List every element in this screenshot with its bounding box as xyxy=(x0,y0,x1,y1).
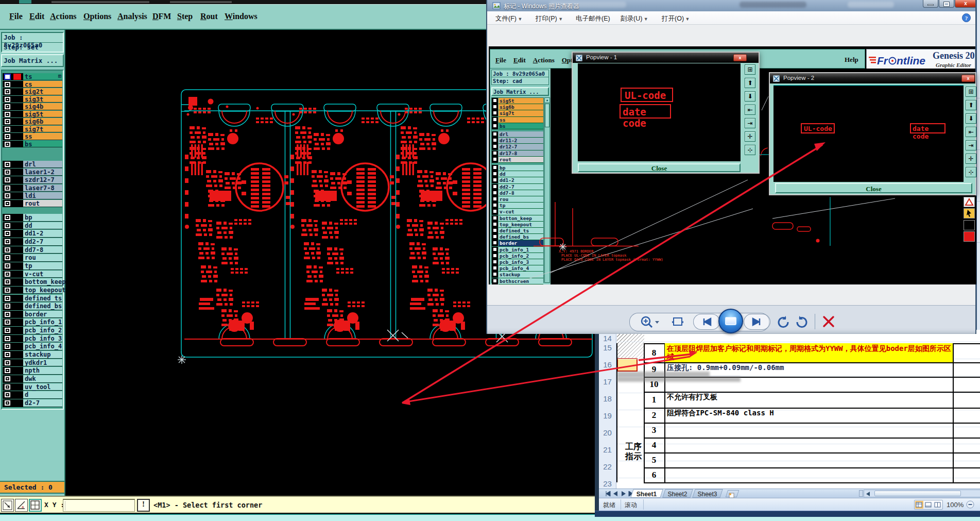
layer-checkbox[interactable] xyxy=(4,392,11,398)
layer-row-defined_ts[interactable]: defined_ts xyxy=(3,295,62,303)
close-button[interactable]: x xyxy=(955,0,975,8)
layer-checkbox[interactable] xyxy=(4,126,11,132)
layer-checkbox[interactable] xyxy=(4,263,11,269)
popview-tool-2[interactable]: ⬆ xyxy=(745,78,755,88)
layer-row-rout[interactable]: rout xyxy=(3,200,62,208)
photo-layer-checkbox[interactable] xyxy=(493,222,497,226)
popview-tool-1[interactable]: ⊞ xyxy=(745,64,755,75)
row-header-16[interactable]: 16 xyxy=(599,360,616,369)
layer-row-laser7-8[interactable]: laser7-8 xyxy=(3,184,62,192)
tabbar-splitter[interactable] xyxy=(859,490,863,497)
photo-layer-row-rou[interactable]: rou xyxy=(492,196,543,203)
view-buttons[interactable] xyxy=(914,500,943,510)
layer-row-defined_bs[interactable]: defined_bs xyxy=(3,302,62,311)
photo-layer-checkbox[interactable] xyxy=(493,165,497,170)
menu-windows[interactable]: Windows xyxy=(225,12,257,21)
layer-checkbox[interactable] xyxy=(4,104,11,110)
layer-checkbox[interactable] xyxy=(4,311,11,317)
photo-layer-checkbox[interactable] xyxy=(493,266,497,270)
photo-layer-row-top_keepout[interactable]: top_keepout xyxy=(492,222,543,228)
layer-checkbox[interactable] xyxy=(4,74,11,80)
layer-row-sig2t[interactable]: sig2t xyxy=(3,88,62,96)
layer-row-stackup[interactable]: stackup xyxy=(3,351,62,359)
layer-checkbox[interactable] xyxy=(4,193,11,199)
layer-row-sig6b[interactable]: sig6b xyxy=(3,118,62,126)
photo-layer-row-bs[interactable]: bs xyxy=(492,123,543,129)
popview-tool-4[interactable]: ⇤ xyxy=(966,127,976,137)
photo-layer-row-drl[interactable]: drl xyxy=(492,131,543,138)
menu-actions[interactable]: Actions xyxy=(50,12,77,21)
layer-checkbox[interactable] xyxy=(4,376,11,382)
insert-sheet-tab[interactable] xyxy=(726,490,740,497)
photo-layer-row-botton_keep[interactable]: botton_keep xyxy=(492,215,543,222)
photo-layer-checkbox[interactable] xyxy=(493,117,497,122)
layer-checkbox[interactable] xyxy=(4,81,11,88)
layer-checkbox[interactable] xyxy=(4,351,11,358)
photo-layer-checkbox[interactable] xyxy=(493,216,497,220)
layer-checkbox[interactable] xyxy=(4,133,11,140)
photo-layer-checkbox[interactable] xyxy=(493,197,497,201)
maximize-button[interactable] xyxy=(939,0,954,8)
layer-row-bottom_keep[interactable]: bottom_keep xyxy=(3,278,62,287)
delete-button[interactable] xyxy=(822,315,835,328)
layer-checkbox[interactable] xyxy=(4,295,11,301)
popview-tool-3[interactable]: ⬇ xyxy=(966,113,976,124)
zoom-out-button[interactable] xyxy=(966,500,975,509)
popview-1-close-button[interactable]: Close xyxy=(578,163,741,172)
layer-row-ydkdr1[interactable]: ydkdr1 xyxy=(3,359,62,367)
layer-checkbox[interactable] xyxy=(4,400,11,406)
photo-layer-row-pcb_info_1[interactable]: pcb_info_1 xyxy=(492,247,543,253)
photo-layer-checkbox[interactable] xyxy=(493,132,497,136)
layer-checkbox[interactable] xyxy=(4,185,11,191)
layer-checkbox[interactable] xyxy=(4,287,11,293)
menu-analysis[interactable]: Analysis xyxy=(117,12,147,21)
layer-row-rou[interactable]: rou xyxy=(3,254,62,262)
photo-menu-actions[interactable]: Actions xyxy=(533,56,555,64)
rotate-cw-button[interactable] xyxy=(795,315,810,329)
photo-job-matrix-button[interactable]: Job Matrix ... xyxy=(491,87,549,96)
photo-layer-row-dr12-7[interactable]: dr12-7 xyxy=(492,144,543,150)
layer-checkbox[interactable] xyxy=(4,177,11,183)
photo-menu-file[interactable]: File xyxy=(495,56,506,64)
layer-checkbox[interactable] xyxy=(4,141,11,147)
actual-size-button[interactable] xyxy=(672,316,685,328)
excel-row-headers[interactable]: 14151617181920212223 xyxy=(599,330,616,489)
layer-checkbox[interactable] xyxy=(4,223,11,229)
warning-tool-button[interactable] xyxy=(964,197,975,207)
help-icon[interactable]: ? xyxy=(962,13,971,24)
layer-row-dd1-2[interactable]: dd1-2 xyxy=(3,230,62,238)
excel-row-text[interactable] xyxy=(665,452,953,467)
layer-checkbox[interactable] xyxy=(4,279,11,285)
layer-checkbox[interactable] xyxy=(4,319,11,325)
layer-checkbox[interactable] xyxy=(4,247,11,253)
row-header-23[interactable]: 23 xyxy=(599,479,616,488)
layer-row-cs[interactable]: cs xyxy=(3,81,62,89)
layer-checkbox[interactable] xyxy=(4,335,11,342)
photo-layer-checkbox[interactable] xyxy=(493,260,497,264)
layer-row-top_keepout[interactable]: top_keepout xyxy=(3,287,62,295)
layer-row-laser1-2[interactable]: laser1-2 xyxy=(3,169,62,176)
layer-row-d2-7[interactable]: d2-7 xyxy=(3,399,62,408)
photo-layer-checkbox[interactable] xyxy=(493,98,497,103)
popview-tool-5[interactable]: ⇥ xyxy=(745,118,755,128)
menu-dfm[interactable]: DFM xyxy=(152,12,171,21)
layer-row-dwk[interactable]: dwk xyxy=(3,375,62,383)
layer-checkbox[interactable] xyxy=(4,89,11,95)
popview-2-titlebar[interactable]: Popview - 2 x xyxy=(770,73,975,83)
photo-layer-checkbox[interactable] xyxy=(493,178,497,182)
layer-checkbox[interactable] xyxy=(4,169,11,175)
popview-1-close-x[interactable]: x xyxy=(733,54,747,61)
viewer-menu-4[interactable]: 刻录(U) ▼ xyxy=(621,14,648,23)
sheet-tab-sheet1[interactable]: Sheet1 xyxy=(630,489,663,498)
menu-step[interactable]: Step xyxy=(177,12,193,21)
photo-layer-checkbox[interactable] xyxy=(493,172,497,176)
zoom-level[interactable]: 100% xyxy=(947,501,964,509)
popview-1-titlebar[interactable]: Popview - 1 x xyxy=(573,53,759,63)
layer-checkbox[interactable] xyxy=(4,119,11,125)
photo-layer-row-rout[interactable]: rout xyxy=(492,157,543,163)
photo-layer-checkbox[interactable] xyxy=(493,241,497,245)
layer-row-dd2-7[interactable]: dd2-7 xyxy=(3,238,62,246)
layer-row-dd[interactable]: dd xyxy=(3,222,62,230)
photo-layer-row-defined_ts[interactable]: defined_ts xyxy=(492,228,543,234)
excel-row-text[interactable] xyxy=(665,438,953,452)
